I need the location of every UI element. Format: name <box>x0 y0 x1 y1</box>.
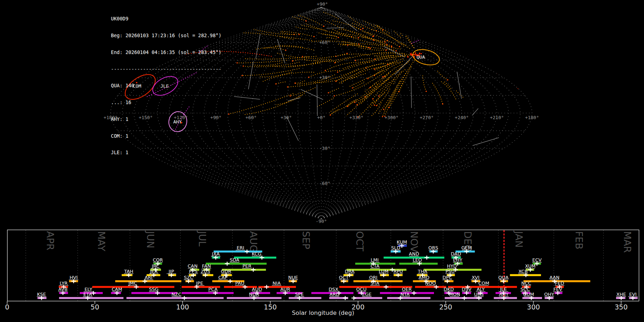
shower-bar-pca <box>182 292 234 294</box>
shower-bar-nzc <box>126 297 224 299</box>
shower-label-urs: URS <box>474 292 484 297</box>
qua-meteor-trail <box>367 32 387 40</box>
qua-meteor-trail <box>371 103 381 117</box>
shower-label-gum: GUM <box>523 292 534 297</box>
qua-meteor-trail <box>252 63 282 65</box>
trail-tip <box>362 28 364 29</box>
qua-meteor-trail <box>399 67 411 92</box>
trail-tip <box>228 113 230 115</box>
trail-tip <box>338 37 339 38</box>
shower-peak-cross-nzc <box>182 296 187 300</box>
shower-label-jip: JIP <box>168 269 174 274</box>
shower-label-gdr: GDR <box>221 269 231 274</box>
shower-bar-mon <box>445 297 477 299</box>
trail-tip <box>308 77 309 78</box>
shower-label-nta: NTA <box>400 292 410 297</box>
trail-tip <box>328 92 329 94</box>
qua-meteor-trail <box>401 43 410 48</box>
trail-tip <box>378 96 380 97</box>
radiant-label-qua: QUA <box>416 54 425 60</box>
trail-tip <box>241 75 243 76</box>
qua-meteor-trail <box>281 31 314 36</box>
shower-label-and: AND <box>409 251 419 257</box>
shower-bar-eta <box>59 297 123 299</box>
shower-label-ege: EGE <box>362 292 372 297</box>
qua-meteor-trail <box>376 89 390 106</box>
meridian-line <box>286 7 321 219</box>
qua-meteor-trail <box>272 11 323 26</box>
shower-label-evi: EVI <box>629 292 637 297</box>
sporadic-trail <box>288 98 301 101</box>
qua-meteor-trail <box>300 25 316 29</box>
shower-peak-cross-and <box>424 256 429 260</box>
map-grid-label: +90° <box>317 1 328 7</box>
shower-label-kum: KUM <box>397 239 407 245</box>
month-label: APR <box>45 231 56 250</box>
meridian-line <box>263 7 321 219</box>
qua-meteor-trail <box>277 53 347 58</box>
qua-meteor-trail <box>341 44 364 47</box>
shower-label-aur: AUR <box>280 287 290 292</box>
trail-tip <box>367 78 369 79</box>
shower-label-pau: PAU <box>235 280 244 286</box>
trail-tip <box>323 26 325 27</box>
qua-meteor-trail <box>389 81 403 108</box>
trail-tip <box>290 95 291 97</box>
end-line: End: 20260104 04:16:35 (sol = 283.45°) <box>111 50 221 55</box>
qua-meteor-trail <box>304 57 350 61</box>
shower-label-xhe: XHE <box>616 292 626 297</box>
month-label: AUG <box>248 231 259 252</box>
shower-label-aan: AAN <box>550 275 560 280</box>
trail-tip <box>372 98 374 100</box>
trail-tip <box>387 64 389 65</box>
qua-meteor-trail <box>336 54 370 56</box>
trail-tip <box>382 116 383 117</box>
meridian-line <box>228 7 321 219</box>
shower-label-kse: KSE <box>37 292 46 297</box>
trail-tip <box>275 83 277 85</box>
shower-label-ecv: ECV <box>532 257 542 263</box>
qua-meteor-trail <box>313 59 331 60</box>
trail-tip <box>442 103 444 105</box>
shower-label-jmc: JMC <box>128 280 137 286</box>
qua-meteor-trail <box>276 96 302 105</box>
shower-bar-jmc <box>92 286 175 288</box>
trail-tip <box>313 36 315 38</box>
trail-tip <box>383 109 385 110</box>
meridian-line <box>321 7 391 219</box>
sporadic-trail <box>317 84 317 116</box>
shower-peak-cross-nia <box>264 285 269 289</box>
qua-meteor-trail <box>358 101 374 117</box>
trail-tip <box>294 83 296 84</box>
trail-tip <box>396 50 397 52</box>
shower-peak-cross-sda <box>225 262 229 266</box>
shower-label-xum: XUM <box>525 263 536 269</box>
trail-tip <box>356 104 358 106</box>
trail-tip <box>370 48 371 49</box>
map-grid-label: +30° <box>280 115 292 120</box>
shower-bar-kcg <box>234 257 276 259</box>
trail-tip <box>386 44 388 45</box>
shower-label-nue: NUE <box>288 275 298 280</box>
qua-meteor-trail <box>329 94 357 113</box>
shower-label-nda: NDA <box>249 292 259 297</box>
shower-label-ely: ELY <box>84 287 92 292</box>
trail-tip <box>355 60 356 61</box>
sporadic-trail <box>287 117 299 141</box>
shower-label-jea: JEA <box>150 269 157 274</box>
qua-meteor-trail <box>330 109 338 115</box>
count-jle: JLE: 1 <box>111 150 221 156</box>
trail-tip <box>382 76 384 78</box>
qua-meteor-trail <box>385 59 396 61</box>
qua-meteor-trail <box>432 83 443 104</box>
shower-bar-sda <box>206 263 267 265</box>
shower-label-ors: ORS <box>428 245 438 250</box>
qua-radiant-cluster-dot <box>415 53 416 54</box>
meridian-line <box>321 7 532 219</box>
meridian-line <box>309 7 321 219</box>
shower-bar-nia <box>258 286 296 288</box>
map-grid-label: +330° <box>350 115 364 120</box>
qua-radiant-cluster-dot <box>407 56 409 58</box>
count-com: COM: 1 <box>111 133 221 139</box>
count-ahy: AHY: 1 <box>111 117 221 122</box>
